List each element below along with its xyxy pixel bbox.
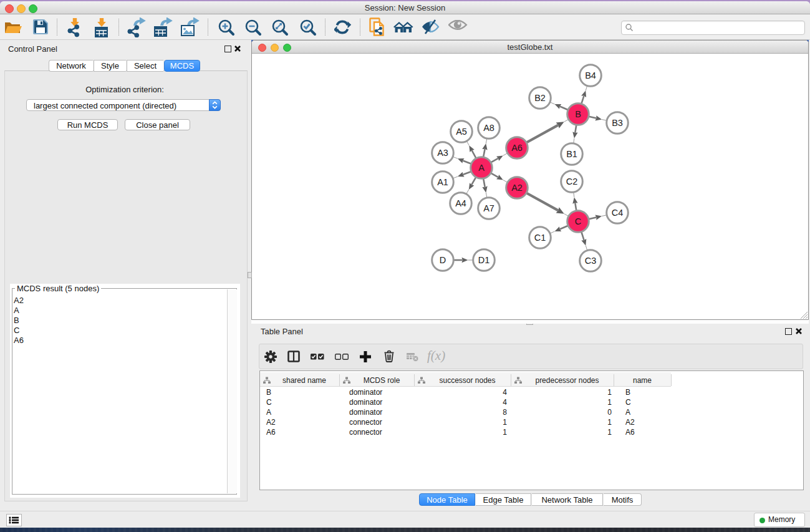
svg-text:B4: B4: [585, 70, 596, 80]
svg-text:C: C: [575, 216, 581, 226]
svg-text:B2: B2: [534, 93, 546, 103]
svg-text:C3: C3: [585, 256, 597, 266]
svg-text:B3: B3: [612, 118, 623, 128]
svg-text:D: D: [440, 255, 446, 265]
svg-text:A1: A1: [437, 177, 448, 187]
svg-text:C2: C2: [566, 177, 578, 186]
svg-text:B1: B1: [566, 149, 577, 159]
svg-text:A3: A3: [437, 148, 448, 158]
svg-text:A2: A2: [511, 183, 523, 193]
svg-text:A: A: [478, 163, 485, 173]
svg-text:A8: A8: [483, 123, 494, 133]
svg-text:A5: A5: [456, 127, 467, 137]
svg-text:D1: D1: [478, 255, 490, 265]
svg-text:C4: C4: [612, 208, 624, 218]
svg-text:B: B: [575, 109, 581, 119]
svg-text:A7: A7: [483, 203, 494, 213]
svg-text:A4: A4: [455, 198, 466, 208]
svg-text:C1: C1: [534, 233, 546, 243]
svg-text:A6: A6: [511, 143, 523, 153]
